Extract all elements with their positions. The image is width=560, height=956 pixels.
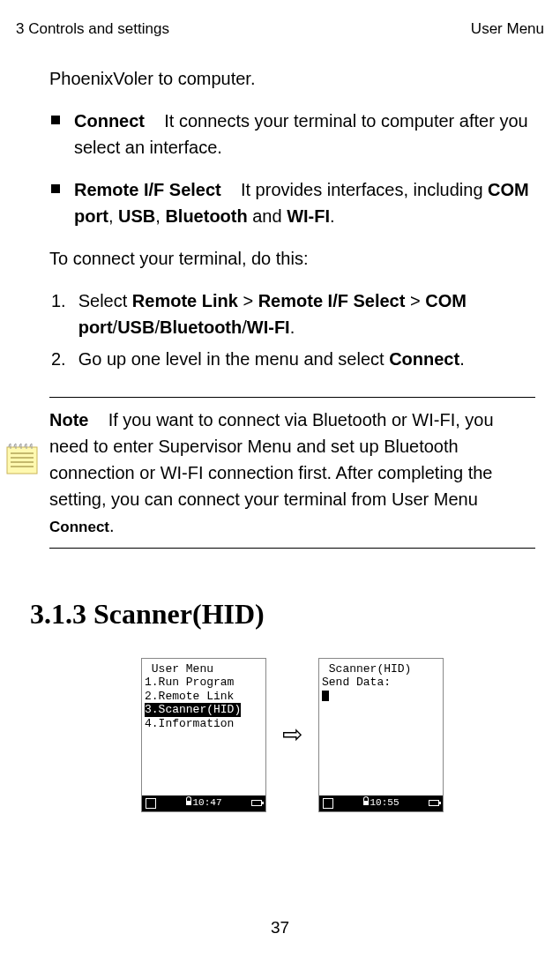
s4: . xyxy=(330,206,335,226)
lock-icon xyxy=(362,798,370,805)
screen-scanner-hid: Scanner(HID) Send Data: 10:55 xyxy=(318,658,444,812)
screen-title: Scanner(HID) xyxy=(322,662,440,676)
s6: . xyxy=(290,317,295,337)
b1: Connect xyxy=(389,349,459,369)
step-num: 1. xyxy=(51,288,66,340)
note-body: If you want to connect via Bluetooth or … xyxy=(49,410,494,509)
step-text: Select Remote Link > Remote I/F Select >… xyxy=(78,288,535,340)
note-label: Note xyxy=(49,410,88,429)
s1: , xyxy=(108,206,118,226)
screen-body: User Menu 1.Run Program 2.Remote Link 3.… xyxy=(142,659,265,735)
b6: WI-FI xyxy=(247,317,290,337)
note-dot: . xyxy=(109,516,115,535)
keyboard-icon xyxy=(146,798,156,809)
section-heading: 3.1.3 Scanner(HID) xyxy=(30,593,535,635)
page-header: 3 Controls and settings User Menu xyxy=(16,18,544,41)
b1: Remote Link xyxy=(132,291,238,310)
b4: WI-FI xyxy=(287,206,330,226)
time: 10:47 xyxy=(192,797,221,808)
bullet-icon xyxy=(51,116,60,124)
battery-icon xyxy=(251,800,262,806)
p1: It provides interfaces, including xyxy=(241,180,488,199)
step-text: Go up one level in the menu and select C… xyxy=(78,346,535,372)
step-2: 2. Go up one level in the menu and selec… xyxy=(49,346,535,372)
clock: 10:55 xyxy=(362,795,399,810)
page-content: PhoenixVoler to computer. Connect It con… xyxy=(16,65,544,812)
menu-item-scanner-hid: 3.Scanner(HID) xyxy=(145,703,241,717)
time: 10:55 xyxy=(370,797,399,808)
bullet-text: Remote I/F Select It provides interfaces… xyxy=(74,176,535,229)
b2: Remote I/F Select xyxy=(258,291,406,310)
b2: USB xyxy=(118,206,155,226)
screen-footer: 10:55 xyxy=(319,795,443,811)
send-data-label: Send Data: xyxy=(322,676,440,690)
note-tail: Connect xyxy=(49,519,109,535)
svg-rect-0 xyxy=(7,447,37,474)
menu-item-run-program: 1.Run Program xyxy=(145,676,263,690)
instruct-text: To connect your terminal, do this: xyxy=(49,245,535,272)
screen-title: User Menu xyxy=(145,662,263,676)
s2: > xyxy=(405,291,425,310)
menu-item-remote-link: 2.Remote Link xyxy=(145,690,263,704)
battery-icon xyxy=(429,800,439,806)
header-right: User Menu xyxy=(471,18,544,41)
b3: Bluetooth xyxy=(165,206,247,226)
arrow-right-icon: ⇨ xyxy=(282,716,302,753)
term: Connect xyxy=(74,111,145,131)
bullet-connect: Connect It connects your terminal to com… xyxy=(49,108,535,161)
cursor-icon xyxy=(322,691,329,701)
clock: 10:47 xyxy=(185,795,221,810)
lock-icon xyxy=(185,798,192,805)
keyboard-icon xyxy=(323,798,333,809)
p1: Select xyxy=(78,291,132,310)
step-1: 1. Select Remote Link > Remote I/F Selec… xyxy=(49,288,535,340)
screens-row: User Menu 1.Run Program 2.Remote Link 3.… xyxy=(49,658,535,812)
p1: Go up one level in the menu and select xyxy=(78,349,389,369)
term: Remote I/F Select xyxy=(74,180,221,199)
screen-footer: 10:47 xyxy=(142,795,265,811)
s1: . xyxy=(459,349,465,369)
s1: > xyxy=(238,291,258,310)
bullet-text: Connect It connects your terminal to com… xyxy=(74,108,535,161)
menu-item-information: 4.Information xyxy=(145,717,263,731)
header-left: 3 Controls and settings xyxy=(16,18,169,41)
notepad-icon xyxy=(5,442,39,475)
b5: Bluetooth xyxy=(160,317,242,337)
s2: , xyxy=(155,206,165,226)
s3: and xyxy=(248,206,287,226)
intro-text: PhoenixVoler to computer. xyxy=(49,65,535,92)
b4: USB xyxy=(117,317,154,337)
cursor-line xyxy=(322,690,440,704)
bullet-icon xyxy=(51,184,60,193)
page-number: 37 xyxy=(0,915,560,941)
step-num: 2. xyxy=(51,346,66,372)
screen-body: Scanner(HID) Send Data: xyxy=(319,659,443,707)
note-box: Note If you want to connect via Bluetoot… xyxy=(49,397,535,549)
bullet-remote: Remote I/F Select It provides interfaces… xyxy=(49,176,535,229)
screen-user-menu: User Menu 1.Run Program 2.Remote Link 3.… xyxy=(141,658,266,812)
